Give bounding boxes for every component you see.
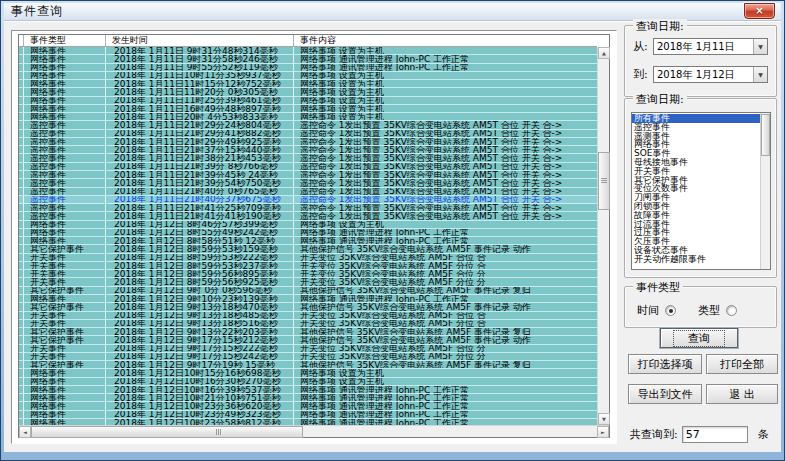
table-row[interactable]: 网络事件 2018年 1月12日 8时46分57秒399毫秒 网络事项 设置为主…	[19, 221, 599, 229]
table-row[interactable]: 其它保护事件 2018年 1月12日 9时13分22秒203毫秒 其他保护信号 …	[19, 328, 599, 336]
radio-option[interactable]: 类型	[698, 303, 737, 318]
cell-time: 2018年 1月12日 8时59分53秒222毫秒	[106, 254, 294, 261]
list-item[interactable]: 闭锁事件	[632, 202, 760, 211]
radio-icon[interactable]	[665, 305, 676, 316]
table-row[interactable]: 网络事件 2018年 1月12日 8时55分49秒242毫秒 网络事项 通讯管理…	[19, 229, 599, 237]
table-row[interactable]: 遥控事件 2018年 1月11日21时29分49秒925毫秒 遥控命令 1发出预…	[19, 138, 599, 146]
table-row[interactable]: 遥控事件 2018年 1月11日21时40分 0秒765毫秒 遥控命令 1发出预…	[19, 188, 599, 196]
table-row[interactable]: 开关事件 2018年 1月12日 8时59分53秒237毫秒 开关变位 35KV…	[19, 262, 599, 270]
listbox-scroll-thumb[interactable]	[761, 114, 770, 156]
table-row[interactable]: 网络事件 2018年 1月11日 9时31分58秒246毫秒 网络事项 通讯管理…	[19, 55, 599, 63]
table-row[interactable]: 网络事件 2018年 1月12日10时15分16秒698毫秒 网络事项 设置为主…	[19, 369, 599, 377]
date-to-combobox[interactable]: 2018年 1月12日 ▼	[653, 66, 768, 83]
dropdown-arrow-icon[interactable]: ▼	[753, 39, 767, 54]
table-row[interactable]: 遥控事件 2018年 1月11日21时38分21秒453毫秒 遥控命令 1发出预…	[19, 154, 599, 162]
list-item[interactable]: 所有事件	[632, 114, 760, 123]
table-row[interactable]: 网络事件 2018年 1月12日 9时10分23秒139毫秒 网络事项 通讯管理…	[19, 295, 599, 303]
table-row[interactable]: 开关事件 2018年 1月12日 8时59分56秒895毫秒 开关变位 35KV…	[19, 270, 599, 278]
column-header-event-type[interactable]: 事件类型	[24, 35, 106, 46]
list-item[interactable]: 设备状态事件	[632, 246, 760, 255]
table-row[interactable]: 网络事件 2018年 1月11日10时11分35秒937毫秒 网络事项 设置为主…	[19, 72, 599, 80]
table-row[interactable]: 遥控事件 2018年 1月11日21时40分37秒675毫秒 遥控命令 1发出预…	[19, 196, 599, 204]
column-header-time[interactable]: 发生时间	[106, 35, 294, 46]
table-row[interactable]: 网络事件 2018年 1月12日10时23分49秒323毫秒 网络事项 通讯管理…	[19, 411, 599, 419]
radio-icon[interactable]	[726, 305, 737, 316]
event-type-listbox[interactable]: 所有事件遥控事件遥测事件网络事件SOE事件母线接地事件开关事件其它保护事件变位次…	[631, 112, 771, 270]
list-item[interactable]: 刀闸事件	[632, 193, 760, 202]
list-item[interactable]: 欠压事件	[632, 237, 760, 246]
list-item[interactable]: 遥测事件	[632, 132, 760, 141]
table-row[interactable]: 开关事件 2018年 1月12日 9时17分15秒242毫秒 开关变位 35KV…	[19, 353, 599, 361]
table-row[interactable]: 开关事件 2018年 1月12日 9时13分18秒485毫秒 开关变位 35KV…	[19, 312, 599, 320]
list-item[interactable]: 过压事件	[632, 228, 760, 237]
query-button[interactable]: 查询	[660, 328, 738, 348]
result-count-field[interactable]: 57	[682, 426, 748, 443]
date-to-label: 到:	[633, 67, 653, 82]
cell-content: 网络事项 设置为主机	[294, 105, 599, 112]
print-selected-button[interactable]: 打印选择项	[628, 354, 702, 374]
scroll-down-icon[interactable]: ▼	[598, 413, 610, 425]
list-item[interactable]: 遥控事件	[632, 123, 760, 132]
table-row[interactable]: 开关事件 2018年 1月12日 8时59分53秒222毫秒 开关变位 35KV…	[19, 254, 599, 262]
list-item[interactable]: 开关动作越限事件	[632, 255, 760, 264]
listbox-scrollbar[interactable]	[760, 113, 770, 269]
table-row[interactable]: 遥控事件 2018年 1月11日21时29分24秒804毫秒 遥控命令 1发出预…	[19, 121, 599, 129]
table-row[interactable]: 遥控事件 2018年 1月11日21时39分45秒 24毫秒 遥控命令 1发出预…	[19, 171, 599, 179]
table-row[interactable]: 网络事件 2018年 1月12日 8时58分51秒 12毫秒 网络事项 通讯管理…	[19, 237, 599, 245]
list-item[interactable]: 其它保护事件	[632, 176, 760, 185]
list-item[interactable]: SOE事件	[632, 149, 760, 158]
list-item[interactable]: 过流事件	[632, 220, 760, 229]
list-item[interactable]: 变位次数事件	[632, 184, 760, 193]
table-row[interactable]: 网络事件 2018年 1月12日10时16分39秒537毫秒 网络事项 通讯管理…	[19, 386, 599, 394]
list-item[interactable]: 网络事件	[632, 140, 760, 149]
table-row[interactable]: 其它保护事件 2018年 1月12日 9时17分19秒 15毫秒 其他保护信号 …	[19, 361, 599, 369]
close-button[interactable]: ×	[744, 3, 775, 19]
table-row[interactable]: 遥控事件 2018年 1月11日21时37分15秒440毫秒 遥控命令 1发出预…	[19, 146, 599, 154]
vertical-scroll-thumb[interactable]	[598, 152, 610, 210]
vertical-scrollbar[interactable]: ▲ ▼	[597, 47, 609, 425]
horizontal-scrollbar[interactable]: ◄ ►	[19, 425, 609, 437]
exit-button[interactable]: 退 出	[706, 384, 778, 404]
cell-event-type: 网络事件	[24, 88, 106, 95]
table-row[interactable]: 网络事件 2018年 1月11日11时20分 0秒305毫秒 网络事项 设置为主…	[19, 88, 599, 96]
table-row[interactable]: 遥控事件 2018年 1月11日21时41分25秒709毫秒 遥控命令 1发出预…	[19, 204, 599, 212]
scroll-left-icon[interactable]: ◄	[19, 426, 31, 438]
dropdown-arrow-icon[interactable]: ▼	[753, 67, 767, 82]
list-item[interactable]: 母线接地事件	[632, 158, 760, 167]
print-all-button[interactable]: 打印全部	[706, 354, 778, 374]
cell-event-type: 其它保护事件	[24, 245, 106, 252]
list-item[interactable]: 故障事件	[632, 211, 760, 220]
scroll-up-icon[interactable]: ▲	[598, 47, 610, 59]
table-row[interactable]: 网络事件 2018年 1月11日11时25分39秒461毫秒 网络事项 设置为主…	[19, 97, 599, 105]
table-row[interactable]: 开关事件 2018年 1月12日 8时59分56秒925毫秒 开关变位 35KV…	[19, 278, 599, 286]
column-header-content[interactable]: 事件内容	[294, 35, 597, 46]
export-to-file-button[interactable]: 导出到文件	[628, 384, 702, 404]
table-row[interactable]: 网络事件 2018年 1月11日 9时55分52秒119毫秒 网络事项 通讯管理…	[19, 64, 599, 72]
table-row[interactable]: 遥控事件 2018年 1月11日21时39分 8秒766毫秒 遥控命令 1发出预…	[19, 163, 599, 171]
table-row[interactable]: 遥控事件 2018年 1月11日21时41分41秒190毫秒 遥控命令 1发出预…	[19, 212, 599, 220]
table-row[interactable]: 网络事件 2018年 1月11日11时15分12秒752毫秒 网络事项 设置为主…	[19, 80, 599, 88]
table-row[interactable]: 网络事件 2018年 1月11日20时 4分53秒833毫秒 网络事项 设置为主…	[19, 113, 599, 121]
scroll-right-icon[interactable]: ►	[597, 426, 609, 438]
cell-content: 遥控命令 1发出预置 35KV综合变电站系统 AM5T 合位 开关 合->	[294, 179, 599, 186]
table-row[interactable]: 网络事件 2018年 1月11日 9时31分48秒314毫秒 网络事项 设置为主…	[19, 47, 599, 55]
table-row[interactable]: 其它保护事件 2018年 1月12日 9时 0分 0秒596毫秒 其他保护信号 …	[19, 287, 599, 295]
table-row[interactable]: 网络事件 2018年 1月12日10时21分10秒751毫秒 网络事项 通讯管理…	[19, 394, 599, 402]
cell-time: 2018年 1月12日 9时17分15秒242毫秒	[106, 353, 294, 360]
date-from-combobox[interactable]: 2018年 1月11日 ▼	[653, 38, 768, 55]
table-row[interactable]: 网络事件 2018年 1月12日10时16分30秒270毫秒 网络事项 设置为主…	[19, 378, 599, 386]
table-row[interactable]: 网络事件 2018年 1月12日10时23分36秒620毫秒 网络事项 通讯管理…	[19, 402, 599, 410]
table-row[interactable]: 网络事件 2018年 1月11日16时49分48秒897毫秒 网络事项 设置为主…	[19, 105, 599, 113]
table-row[interactable]: 开关事件 2018年 1月12日 9时17分15秒222毫秒 开关变位 35KV…	[19, 345, 599, 353]
table-row[interactable]: 其它保护事件 2018年 1月12日 8时59分53秒159毫秒 其他保护信号 …	[19, 245, 599, 253]
horizontal-scroll-thumb[interactable]	[31, 426, 303, 438]
table-row[interactable]: 开关事件 2018年 1月12日 9时13分18秒516毫秒 开关变位 35KV…	[19, 320, 599, 328]
table-row[interactable]: 其它保护事件 2018年 1月12日 9时17分15秒212毫秒 其他保护信号 …	[19, 336, 599, 344]
list-item[interactable]: 开关事件	[632, 167, 760, 176]
table-row[interactable]: 其它保护事件 2018年 1月12日 9时13分18秒470毫秒 其他保护信号 …	[19, 303, 599, 311]
cell-content: 其他保护信号 35KV综合变电站系统 AM5F 事件记录 动作	[294, 303, 599, 310]
table-row[interactable]: 遥控事件 2018年 1月11日21时39分54秒750毫秒 遥控命令 1发出预…	[19, 179, 599, 187]
table-row[interactable]: 遥控事件 2018年 1月11日21时29分41秒882毫秒 遥控命令 1发出预…	[19, 130, 599, 138]
radio-option[interactable]: 时间	[637, 303, 676, 318]
cell-content: 其他保护信号 35KV综合变电站系统 AM5F 事件记录 动作	[294, 336, 599, 343]
